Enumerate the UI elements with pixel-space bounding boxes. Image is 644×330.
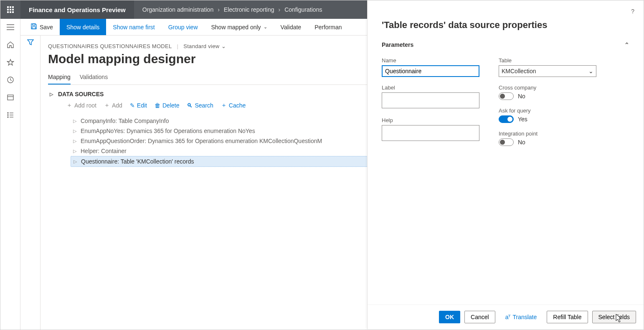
tab-validations[interactable]: Validations — [80, 74, 108, 84]
show-mapped-only-label: Show mapped only — [211, 24, 261, 31]
tab-mapping[interactable]: Mapping — [48, 74, 71, 84]
show-name-first-button[interactable]: Show name first — [106, 19, 161, 35]
ask-query-toggle[interactable] — [499, 115, 514, 123]
delete-button[interactable]: 🗑Delete — [155, 102, 179, 109]
triangle-right-icon: ▷ — [73, 128, 76, 134]
svg-rect-1 — [10, 6, 11, 8]
svg-rect-21 — [33, 24, 35, 26]
edit-button[interactable]: ✎Edit — [130, 102, 147, 109]
refill-table-button[interactable]: Refill Table — [547, 311, 588, 323]
svg-rect-5 — [12, 9, 14, 10]
plus-icon: ＋ — [104, 102, 110, 109]
view-selector[interactable]: Standard view ⌄ — [183, 43, 226, 49]
cancel-button[interactable]: Cancel — [464, 311, 495, 323]
svg-point-19 — [8, 117, 8, 118]
cross-company-value: No — [518, 93, 525, 100]
ask-query-label: Ask for query — [499, 107, 596, 114]
page-crumb-text: QUESTIONNAIRES QUESTIONNAIRES MODEL — [48, 43, 172, 49]
table-label: Table — [499, 57, 596, 64]
list-icon[interactable] — [5, 110, 15, 120]
star-icon[interactable] — [5, 57, 15, 67]
svg-point-17 — [8, 115, 8, 115]
save-button[interactable]: Save — [24, 19, 60, 35]
save-label: Save — [40, 24, 53, 31]
panel-title: 'Table records' data source properties — [382, 20, 629, 31]
plus-icon: ＋ — [221, 102, 227, 109]
cross-company-toggle[interactable] — [499, 92, 514, 100]
cross-company-label: Cross company — [499, 84, 596, 91]
chevron-right-icon: › — [218, 6, 220, 13]
plus-icon: ＋ — [66, 102, 72, 109]
filter-column — [20, 36, 41, 330]
label-label: Label — [382, 84, 479, 91]
filter-icon[interactable] — [27, 39, 34, 330]
svg-rect-2 — [12, 6, 14, 8]
app-title: Finance and Operations Preview — [20, 0, 134, 19]
breadcrumb-item[interactable]: Organization administration — [142, 6, 213, 13]
validate-button[interactable]: Validate — [274, 19, 308, 35]
svg-rect-8 — [12, 11, 14, 13]
help-input[interactable] — [382, 125, 479, 141]
integration-toggle[interactable] — [499, 138, 514, 146]
integration-value: No — [518, 139, 525, 146]
table-value: KMCollection — [502, 68, 536, 74]
data-sources-heading: DATA SOURCES — [58, 91, 104, 97]
chevron-down-icon: ⌄ — [221, 43, 226, 49]
svg-rect-0 — [7, 6, 9, 8]
name-input[interactable] — [382, 65, 479, 77]
group-view-button[interactable]: Group view — [162, 19, 205, 35]
hamburger-icon[interactable] — [5, 22, 15, 32]
parameters-heading: Parameters — [382, 41, 413, 48]
breadcrumb-item[interactable]: Configurations — [284, 6, 322, 13]
name-label: Name — [382, 57, 479, 64]
triangle-right-icon: ▷ — [73, 138, 76, 144]
table-select[interactable]: KMCollection ⌄ — [499, 65, 596, 77]
svg-rect-4 — [10, 9, 11, 10]
pencil-icon: ✎ — [130, 102, 135, 109]
show-details-button[interactable]: Show details — [60, 19, 106, 35]
divider: | — [177, 43, 179, 49]
panel-footer: OK Cancel aᵀ Translate Refill Table Sele… — [368, 304, 644, 329]
ask-query-value: Yes — [518, 116, 527, 123]
ok-button[interactable]: OK — [439, 311, 460, 323]
svg-rect-7 — [10, 11, 11, 13]
integration-label: Integration point — [499, 130, 596, 137]
add-button[interactable]: ＋Add — [104, 102, 122, 109]
breadcrumb-item[interactable]: Electronic reporting — [224, 6, 274, 13]
svg-point-15 — [8, 113, 8, 113]
home-icon[interactable] — [5, 40, 15, 50]
breadcrumb: Organization administration › Electronic… — [134, 0, 331, 19]
chevron-down-icon: ⌄ — [264, 24, 267, 30]
performance-button[interactable]: Performan — [308, 19, 348, 35]
properties-panel: ? 'Table records' data source properties… — [367, 0, 644, 329]
svg-rect-6 — [7, 11, 9, 13]
chevron-right-icon: › — [278, 6, 280, 13]
triangle-right-icon: ▷ — [74, 159, 77, 164]
svg-rect-3 — [7, 9, 9, 10]
translate-button[interactable]: aᵀ Translate — [499, 311, 543, 323]
svg-rect-22 — [32, 27, 35, 29]
chevron-down-icon: ⌄ — [588, 68, 593, 74]
search-icon: 🔍︎ — [187, 102, 193, 109]
help-icon[interactable]: ? — [631, 8, 634, 15]
help-label: Help — [382, 117, 479, 123]
save-icon — [30, 23, 37, 31]
svg-rect-13 — [8, 95, 13, 100]
collapse-icon[interactable]: ⌃ — [624, 41, 629, 48]
triangle-right-icon: ▷ — [73, 148, 76, 154]
label-input[interactable] — [382, 92, 479, 108]
cache-button[interactable]: ＋Cache — [221, 102, 246, 109]
trash-icon: 🗑 — [155, 102, 160, 109]
search-button[interactable]: 🔍︎Search — [187, 102, 213, 109]
select-fields-button[interactable]: Select fields — [592, 311, 636, 323]
module-icon[interactable] — [5, 92, 15, 102]
view-label: Standard view — [183, 43, 219, 49]
triangle-right-icon: ▷ — [73, 118, 76, 124]
translate-icon: aᵀ — [505, 314, 511, 320]
add-root-button[interactable]: ＋Add root — [66, 102, 96, 109]
show-mapped-only-button[interactable]: Show mapped only ⌄ — [205, 19, 274, 35]
triangle-right-icon[interactable]: ▷ — [50, 92, 53, 97]
app-launcher-icon[interactable] — [0, 0, 20, 19]
clock-icon[interactable] — [5, 75, 15, 85]
left-rail — [0, 19, 20, 330]
